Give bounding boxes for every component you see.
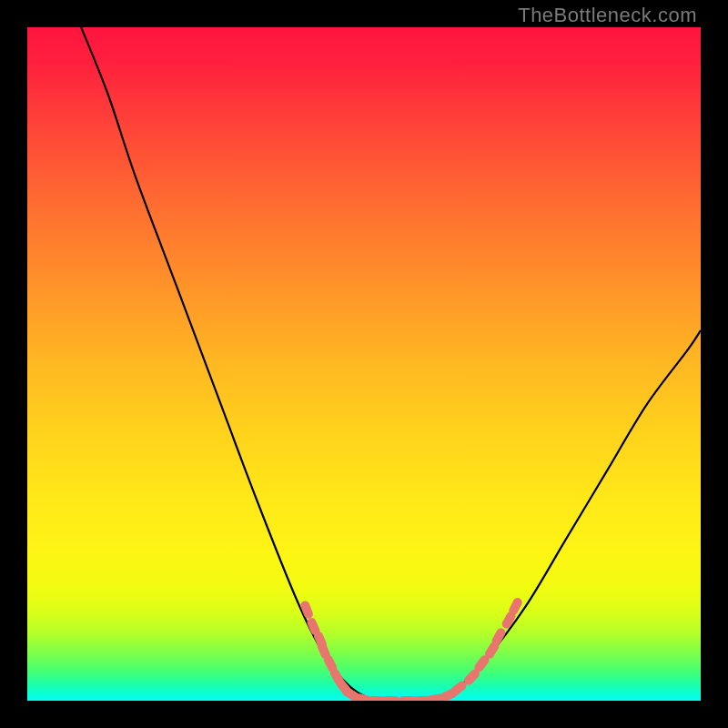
watermark-text: TheBottleneck.com [518,4,697,27]
curve-marker [382,696,400,701]
plot-area [27,27,701,701]
bottleneck-curve [27,27,701,701]
outer-frame: TheBottleneck.com [0,0,728,728]
